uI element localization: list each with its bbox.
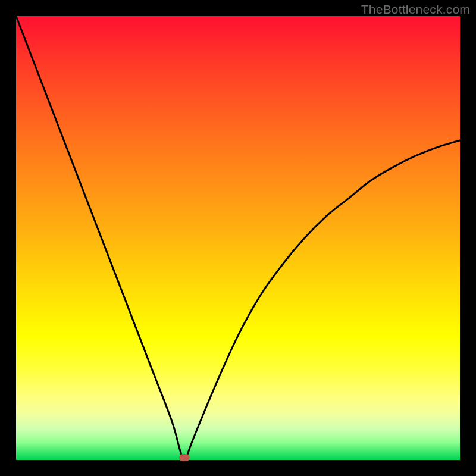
plot-area <box>16 16 460 460</box>
curve-svg <box>16 16 460 460</box>
chart-frame: TheBottleneck.com <box>0 0 476 476</box>
watermark-text: TheBottleneck.com <box>361 2 470 17</box>
minimum-marker <box>179 454 190 461</box>
bottleneck-curve <box>16 16 460 460</box>
